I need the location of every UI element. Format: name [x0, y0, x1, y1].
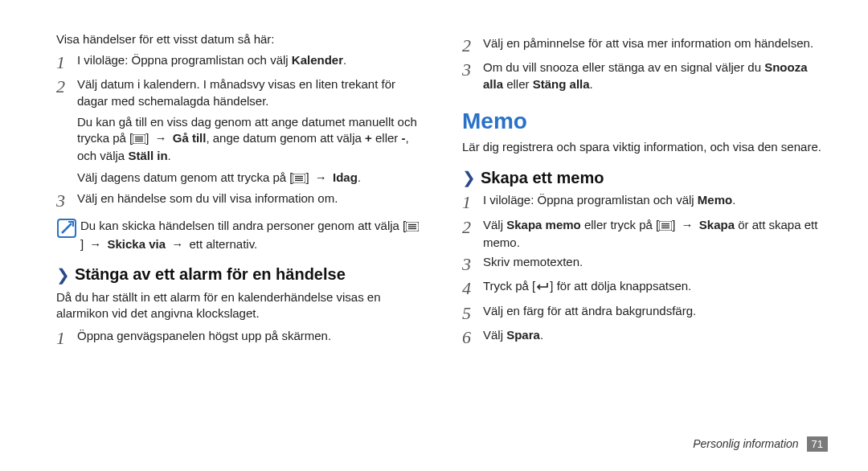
text: Du kan skicka händelsen till andra perso… [80, 219, 406, 232]
bold: Kalender [292, 53, 343, 67]
arrow: → [169, 237, 186, 251]
text: Tryck på [ [483, 279, 535, 293]
text: . [343, 53, 346, 67]
menu-icon [133, 132, 145, 148]
step-text: Välj en färg för att ändra bakgrundsfärg… [483, 303, 696, 324]
memo-step-4: 4 Tryck på [] för att dölja knappsatsen. [462, 278, 828, 299]
text: . [590, 77, 593, 91]
svg-line-9 [62, 223, 72, 233]
text: Välj [483, 218, 506, 231]
text: eller [503, 77, 533, 91]
step-number: 1 [462, 192, 483, 213]
bold: Idag [333, 170, 358, 184]
bold: Gå till [173, 131, 207, 145]
text-block: Välj dagens datum genom att trycka på []… [77, 170, 422, 187]
right-subheading: ❯ Skapa ett memo [462, 168, 828, 187]
section-intro: Lär dig registrera och spara viktig info… [462, 139, 828, 155]
step-text: Tryck på [] för att dölja knappsatsen. [483, 278, 691, 299]
step-number: 2 [462, 217, 483, 252]
text: ] för att dölja knappsatsen. [550, 279, 691, 293]
step-text: Välj datum i kalendern. I månadsvy visas… [77, 76, 422, 187]
memo-step-5: 5 Välj en färg för att ändra bakgrundsfä… [462, 303, 828, 324]
left-step-1: 1 I viloläge: Öppna programlistan och vä… [56, 52, 422, 73]
text: . [358, 170, 361, 184]
text: Välj datum i kalendern. I månadsvy visas… [77, 76, 422, 109]
left-sub-step-1: 1 Öppna genvägspanelen högst upp på skär… [56, 328, 422, 349]
bold: Memo [698, 193, 732, 207]
step-text: I viloläge: Öppna programlistan och välj… [77, 52, 346, 73]
two-column-layout: Visa händelser för ett visst datum så hä… [56, 32, 828, 353]
footer-label: Personlig information [693, 437, 799, 450]
text: Om du vill snooza eller stänga av en sig… [483, 60, 764, 74]
left-step-2: 2 Välj datum i kalendern. I månadsvy vis… [56, 76, 422, 187]
bold: Ställ in [128, 149, 167, 162]
manual-page: Visa händelser för ett visst datum så hä… [0, 0, 868, 471]
step-text: Skriv memotexten. [483, 254, 583, 275]
memo-step-3: 3 Skriv memotexten. [462, 254, 828, 275]
memo-heading: Memo [462, 109, 828, 134]
step-number: 1 [56, 52, 77, 73]
step-text: Välj en påminnelse för att visa mer info… [483, 35, 813, 56]
step-number: 1 [56, 328, 77, 349]
note-text: Du kan skicka händelsen till andra perso… [80, 218, 422, 252]
page-number: 71 [807, 436, 828, 452]
menu-icon [293, 171, 305, 187]
text: Välj dagens datum genom att trycka på [ [77, 170, 293, 184]
back-icon [535, 279, 550, 293]
text: eller tryck på [ [581, 218, 660, 231]
chevron-right-icon: ❯ [56, 265, 70, 285]
step-text: I viloläge: Öppna programlistan och välj… [483, 192, 735, 213]
text-block: Du kan gå till en viss dag genom att ang… [77, 114, 422, 165]
note-icon [56, 218, 77, 239]
step-text: Öppna genvägspanelen högst upp på skärme… [77, 328, 331, 349]
text: ] [672, 218, 678, 231]
step-number: 6 [462, 327, 483, 348]
text: I viloläge: Öppna programlistan och välj [483, 193, 698, 207]
left-column: Visa händelser för ett visst datum så hä… [56, 32, 422, 353]
text: eller [372, 131, 402, 145]
memo-step-2: 2 Välj Skapa memo eller tryck på [] → Sk… [462, 217, 828, 252]
memo-step-6: 6 Välj Spara. [462, 327, 828, 348]
left-step-3: 3 Välj en händelse som du vill visa info… [56, 190, 422, 211]
text: . [540, 328, 543, 342]
text: Välj [483, 328, 506, 342]
step-number: 4 [462, 278, 483, 299]
step-number: 3 [462, 59, 483, 92]
arrow: → [679, 218, 696, 231]
right-step-3: 3 Om du vill snooza eller stänga av en s… [462, 59, 828, 92]
subheading-text: Skapa ett memo [481, 169, 604, 187]
right-column: 2 Välj en påminnelse för att visa mer in… [462, 32, 828, 353]
menu-icon [406, 219, 419, 236]
subheading-text: Stänga av ett alarm för en händelse [75, 265, 346, 284]
page-footer: Personlig information 71 [693, 436, 828, 452]
step-text: Välj Spara. [483, 327, 543, 348]
arrow: → [313, 170, 330, 184]
step-number: 2 [56, 76, 77, 187]
chevron-right-icon: ❯ [462, 168, 476, 187]
step-text: Om du vill snooza eller stänga av en sig… [483, 59, 828, 92]
menu-icon [659, 219, 672, 235]
step-number: 3 [56, 190, 77, 211]
left-intro: Visa händelser för ett visst datum så hä… [56, 32, 422, 46]
memo-step-1: 1 I viloläge: Öppna programlistan och vä… [462, 192, 828, 213]
arrow: → [87, 237, 104, 251]
step-text: Välj Skapa memo eller tryck på [] → Skap… [483, 217, 828, 252]
bold: Skapa [699, 218, 735, 231]
text: , ange datum genom att välja [206, 131, 365, 145]
right-step-2: 2 Välj en påminnelse för att visa mer in… [462, 35, 828, 56]
step-number: 2 [462, 35, 483, 56]
text: ] [145, 131, 152, 145]
text: ] [305, 170, 312, 184]
bold: Stäng alla [533, 77, 590, 91]
left-subheading: ❯ Stänga av ett alarm för en händelse [56, 265, 422, 285]
bold: + [365, 131, 372, 145]
note-block: Du kan skicka händelsen till andra perso… [56, 218, 422, 252]
step-number: 5 [462, 303, 483, 324]
text: . [168, 149, 171, 162]
sub-intro: Då du har ställt in ett alarm för en kal… [56, 289, 422, 322]
text: I viloläge: Öppna programlistan och välj [77, 53, 292, 67]
step-text: Välj en händelse som du vill visa inform… [77, 190, 338, 211]
step-number: 3 [462, 254, 483, 275]
bold: Spara [506, 328, 540, 342]
text: ett alternativ. [186, 237, 257, 251]
